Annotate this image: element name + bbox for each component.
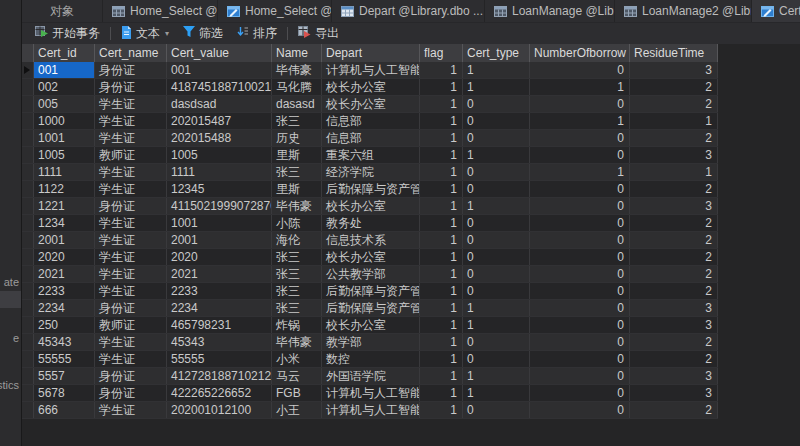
grid-cell[interactable]: 张三 xyxy=(272,164,322,180)
row-selector[interactable] xyxy=(22,181,34,197)
row-selector[interactable] xyxy=(22,96,34,112)
grid-cell[interactable]: 校长办公室 xyxy=(322,79,420,95)
grid-cell[interactable]: 0 xyxy=(463,402,530,418)
grid-cell[interactable]: 学生证 xyxy=(95,283,167,299)
grid-cell[interactable]: 后勤保障与资产管理处 xyxy=(322,300,420,316)
grid-cell[interactable]: 2 xyxy=(630,79,718,95)
grid-cell[interactable]: 1 xyxy=(530,164,630,180)
grid-cell[interactable]: 0 xyxy=(530,147,630,163)
grid-cell[interactable]: 1 xyxy=(420,334,463,350)
row-selector[interactable] xyxy=(22,113,34,129)
row-selector[interactable] xyxy=(22,79,34,95)
grid-cell[interactable]: 0 xyxy=(530,283,630,299)
grid-cell[interactable]: 2 xyxy=(630,96,718,112)
grid-cell[interactable]: 数控 xyxy=(322,351,420,367)
grid-cell[interactable]: 0 xyxy=(530,96,630,112)
grid-cell[interactable]: 0 xyxy=(530,300,630,316)
grid-cell[interactable]: 重案六组 xyxy=(322,147,420,163)
grid-cell[interactable]: 马化腾 xyxy=(272,79,322,95)
grid-cell[interactable]: 0 xyxy=(530,198,630,214)
grid-cell[interactable]: 1 xyxy=(420,181,463,197)
grid-cell[interactable]: 1 xyxy=(420,402,463,418)
row-selector[interactable] xyxy=(22,351,34,367)
grid-cell[interactable]: 张三 xyxy=(272,300,322,316)
grid-cell[interactable]: 2 xyxy=(630,402,718,418)
grid-cell[interactable]: 2021 xyxy=(167,266,272,282)
grid-cell[interactable]: 1005 xyxy=(34,147,95,163)
grid-cell[interactable]: 0 xyxy=(530,368,630,384)
grid-cell[interactable]: 校长办公室 xyxy=(322,198,420,214)
grid-cell[interactable]: 1 xyxy=(420,198,463,214)
grid-cell[interactable]: 2234 xyxy=(167,300,272,316)
grid-cell[interactable]: 教务处 xyxy=(322,215,420,231)
grid-cell[interactable]: 2020 xyxy=(34,249,95,265)
grid-cell[interactable]: 55555 xyxy=(167,351,272,367)
grid-cell[interactable]: 1001 xyxy=(34,130,95,146)
grid-cell[interactable]: 里斯 xyxy=(272,181,322,197)
grid-cell[interactable]: 2001 xyxy=(167,232,272,248)
grid-cell[interactable]: 465798231 xyxy=(167,317,272,333)
grid-cell[interactable]: 3 xyxy=(630,317,718,333)
grid-cell[interactable]: 1 xyxy=(463,368,530,384)
grid-cell[interactable]: 2233 xyxy=(34,283,95,299)
grid-cell[interactable]: 1 xyxy=(630,164,718,180)
grid-cell[interactable]: 学生证 xyxy=(95,351,167,367)
grid-cell[interactable]: 外国语学院 xyxy=(322,368,420,384)
grid-cell[interactable]: 小陈 xyxy=(272,215,322,231)
grid-cell[interactable]: 1 xyxy=(420,249,463,265)
grid-cell[interactable]: 1 xyxy=(463,62,530,78)
grid-cell[interactable]: 12345 xyxy=(167,181,272,197)
grid-cell[interactable]: 45343 xyxy=(34,334,95,350)
grid-cell[interactable]: 41272818871021211 xyxy=(167,368,272,384)
grid-cell[interactable]: 炸锅 xyxy=(272,317,322,333)
grid-cell[interactable]: 信息部 xyxy=(322,130,420,146)
grid-cell[interactable]: 教师证 xyxy=(95,147,167,163)
grid-cell[interactable]: 校长办公室 xyxy=(322,96,420,112)
grid-cell[interactable]: 2 xyxy=(630,232,718,248)
begin-transaction-button[interactable]: 开始事务 xyxy=(28,23,107,44)
grid-cell[interactable]: 马云 xyxy=(272,368,322,384)
column-header-cert_type[interactable]: Cert_type xyxy=(463,44,530,62)
grid-cell[interactable]: 0 xyxy=(463,164,530,180)
grid-cell[interactable]: 1005 xyxy=(167,147,272,163)
grid-cell[interactable]: 202015488 xyxy=(167,130,272,146)
grid-cell[interactable]: 001 xyxy=(34,62,95,78)
grid-cell[interactable]: 张三 xyxy=(272,249,322,265)
grid-cell[interactable]: 后勤保障与资产管理处 xyxy=(322,181,420,197)
grid-cell[interactable]: 1 xyxy=(420,164,463,180)
grid-cell[interactable]: 身份证 xyxy=(95,62,167,78)
grid-cell[interactable]: 0 xyxy=(463,96,530,112)
grid-cell[interactable]: 1 xyxy=(420,385,463,401)
column-header-cert_name[interactable]: Cert_name xyxy=(95,44,167,62)
grid-cell[interactable]: 身份证 xyxy=(95,385,167,401)
grid-cell[interactable]: 0 xyxy=(463,130,530,146)
grid-cell[interactable]: 教师证 xyxy=(95,317,167,333)
grid-cell[interactable]: 002 xyxy=(34,79,95,95)
column-header-name[interactable]: Name xyxy=(272,44,322,62)
grid-cell[interactable]: 202001012100 xyxy=(167,402,272,418)
row-selector-header[interactable] xyxy=(22,44,34,62)
row-selector[interactable] xyxy=(22,232,34,248)
grid-cell[interactable]: 1 xyxy=(463,79,530,95)
grid-cell[interactable]: 2 xyxy=(630,283,718,299)
text-view-button[interactable]: 文本 ▾ xyxy=(114,23,176,44)
export-button[interactable]: 导出 xyxy=(291,23,346,44)
row-selector[interactable] xyxy=(22,283,34,299)
row-selector[interactable] xyxy=(22,317,34,333)
grid-cell[interactable]: 学生证 xyxy=(95,181,167,197)
grid-cell[interactable]: 学生证 xyxy=(95,164,167,180)
grid-cell[interactable]: 001 xyxy=(167,62,272,78)
row-selector[interactable] xyxy=(22,164,34,180)
grid-cell[interactable]: 0 xyxy=(530,351,630,367)
grid-cell[interactable]: 身份证 xyxy=(95,198,167,214)
grid-cell[interactable]: 1 xyxy=(420,232,463,248)
tab-loanmanage2-libra-[interactable]: LoanManage2 @Libra... xyxy=(615,0,752,22)
row-selector[interactable] xyxy=(22,334,34,350)
grid-cell[interactable]: 2233 xyxy=(167,283,272,299)
grid-cell[interactable]: 1 xyxy=(420,368,463,384)
tab-depart-library-dbo-[interactable]: Depart @Library.dbo ... xyxy=(332,0,485,22)
row-selector[interactable] xyxy=(22,300,34,316)
grid-cell[interactable]: 0 xyxy=(530,181,630,197)
column-header-residuetime[interactable]: ResidueTime xyxy=(630,44,718,62)
grid-cell[interactable]: 信息技术系 xyxy=(322,232,420,248)
